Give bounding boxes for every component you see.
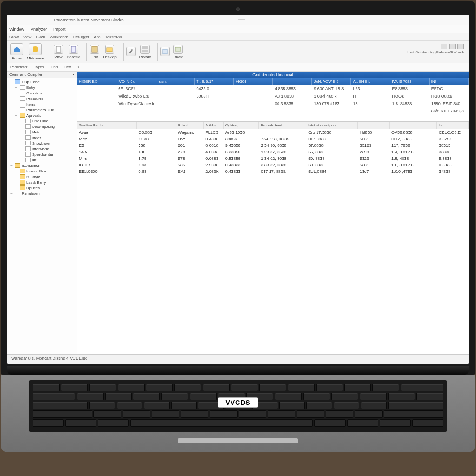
menu-window[interactable]: Window bbox=[9, 27, 24, 32]
tree-item[interactable]: urt bbox=[8, 157, 76, 163]
table-row[interactable]: Mey71.38OV:0.4838388567A4 113, 08:35017.… bbox=[77, 136, 469, 142]
section-column-header[interactable]: list bbox=[437, 122, 469, 129]
section-column-header[interactable] bbox=[390, 122, 437, 129]
menu-show[interactable]: Show bbox=[9, 35, 19, 39]
column-header[interactable]: IN! bbox=[430, 78, 469, 85]
section-column-header[interactable]: R tent bbox=[176, 122, 204, 129]
table-row[interactable]: E53382018 08189 438562.34 90, 8838:37.88… bbox=[77, 142, 469, 149]
column-header[interactable]: TI. 8: 6:17 bbox=[195, 78, 234, 85]
tree-item[interactable]: −Renaissent bbox=[8, 191, 76, 196]
expand-icon[interactable]: − bbox=[14, 86, 18, 90]
folder-icon bbox=[20, 113, 25, 118]
tree-item[interactable]: Lss & Barry bbox=[8, 179, 76, 185]
tree-item[interactable]: Upurtes bbox=[8, 185, 76, 191]
cell bbox=[234, 101, 273, 106]
mini-icon[interactable] bbox=[441, 44, 447, 49]
tree-item-label: Items bbox=[26, 102, 36, 106]
laptop-camera bbox=[236, 7, 240, 11]
menu-debugger[interactable]: Debugger bbox=[73, 35, 89, 39]
table-row[interactable]: AvsaO0.083WagamcFLLCS.Ar83 1038Cro 17.38… bbox=[77, 129, 469, 136]
cell: 5381 bbox=[358, 162, 390, 168]
section-column-header[interactable]: Oghico, bbox=[224, 122, 259, 129]
tab-more[interactable]: > bbox=[78, 65, 80, 69]
expand-icon[interactable]: − bbox=[9, 80, 13, 84]
minimize-indicator[interactable]: — bbox=[238, 16, 245, 23]
tree-item[interactable]: Is Udylc bbox=[8, 174, 76, 179]
tab-find[interactable]: Find bbox=[51, 65, 58, 69]
tree-item[interactable]: Overview bbox=[8, 90, 76, 96]
section-column-header[interactable]: A Whs. bbox=[204, 122, 224, 129]
column-header[interactable]: I.usm. bbox=[155, 78, 194, 85]
column-header[interactable]: HIG03 bbox=[234, 78, 273, 85]
ribbon-block-button[interactable]: Block bbox=[173, 45, 183, 59]
tree-item[interactable]: Main bbox=[8, 129, 76, 135]
menu-wizard[interactable]: Wizard-sb bbox=[105, 35, 122, 39]
menu-analyzer[interactable]: Analyzer bbox=[31, 27, 47, 32]
tree-item-label: Disp Gene bbox=[22, 80, 40, 84]
menu-view[interactable]: View bbox=[23, 35, 31, 39]
table-row[interactable]: 14.51382784.08336 338561.23 37, 8538:55,… bbox=[77, 149, 469, 155]
tab-hex[interactable]: Hex bbox=[64, 65, 71, 69]
section-column-header[interactable] bbox=[358, 122, 390, 129]
cell bbox=[234, 93, 273, 99]
tab-parameter[interactable]: Parameter bbox=[10, 65, 27, 69]
tree-item[interactable]: Items bbox=[8, 101, 76, 107]
tree-item[interactable]: Else Care bbox=[8, 118, 76, 124]
summary-section: 6E. 3CE!0433.04,835 8883:9,600 ANT. L8.8… bbox=[77, 85, 469, 115]
cell bbox=[155, 101, 194, 106]
expand-icon[interactable]: − bbox=[14, 113, 18, 118]
mini-icon[interactable] bbox=[449, 44, 456, 49]
ribbon-home-button[interactable]: Home bbox=[10, 43, 23, 60]
ribbon-edit-button[interactable]: Edit bbox=[90, 45, 99, 59]
column-header[interactable]: JAN. VOW E:5 bbox=[312, 78, 351, 85]
tree-item[interactable]: −Disp Gene bbox=[8, 79, 76, 85]
ribbon-desktop-button[interactable]: Desktop bbox=[103, 45, 116, 59]
sidebar-close-icon[interactable]: × bbox=[73, 73, 75, 77]
tree-item[interactable]: −Entry bbox=[8, 85, 76, 90]
status-bar: Waredar 8 s. Moncart Distind 4 VCL Elec bbox=[7, 354, 469, 364]
tree-item[interactable]: Decomposing bbox=[8, 124, 76, 129]
expand-icon[interactable]: − bbox=[14, 108, 18, 112]
expand-icon[interactable]: − bbox=[9, 192, 13, 196]
mini-icon[interactable] bbox=[457, 44, 464, 49]
table-row[interactable]: EE.I.06000.68EA52.083K0.43833037 17, 883… bbox=[77, 168, 469, 175]
expand-icon[interactable]: − bbox=[9, 164, 13, 168]
ribbon-midsource-button[interactable]: Midsource bbox=[27, 43, 44, 60]
ribbon-tool-button[interactable] bbox=[126, 47, 136, 57]
tree-item[interactable]: Index bbox=[8, 135, 76, 140]
ribbon-right-info: Last Outstanding Balance/Refresh bbox=[407, 44, 464, 54]
menu-block[interactable]: Block bbox=[36, 35, 45, 39]
tree-item[interactable]: Interwhole bbox=[8, 146, 76, 152]
cell: 13c7 bbox=[358, 168, 390, 175]
column-header[interactable]: IVA IS 7038 bbox=[390, 78, 430, 85]
cell: 55, 3838 bbox=[306, 149, 358, 155]
tab-types[interactable]: Types bbox=[34, 65, 44, 69]
section-column-header[interactable]: Iincurds teed bbox=[259, 122, 306, 129]
column-header[interactable] bbox=[273, 78, 312, 85]
ribbon-view-button[interactable]: View bbox=[54, 45, 63, 59]
ribbon-action-button[interactable] bbox=[160, 47, 170, 57]
ribbon-recalc-button[interactable]: Recalc bbox=[139, 45, 151, 59]
tree-item[interactable]: Snowbaker bbox=[8, 140, 76, 146]
cell: Avsa bbox=[77, 129, 137, 136]
tree-item[interactable]: −Aprovals bbox=[8, 112, 76, 118]
tree-item[interactable]: Inness Else bbox=[8, 168, 76, 174]
section-column-header[interactable]: Godtive Bardis bbox=[77, 122, 137, 129]
tree-item-label: Lss & Barry bbox=[26, 180, 46, 185]
tree-item-label: Snowbaker bbox=[32, 141, 51, 145]
menu-app[interactable]: App bbox=[94, 35, 100, 39]
menu-workbench[interactable]: Workbench bbox=[50, 35, 68, 39]
tree-item[interactable]: −Is. Asumch bbox=[8, 163, 76, 168]
section-column-header[interactable] bbox=[137, 122, 176, 129]
column-header[interactable]: IVO IN.6 d bbox=[116, 78, 155, 85]
table-row[interactable]: IR.O.!7.935352.98380.438333.33 32, 0838:… bbox=[77, 162, 469, 168]
ribbon-basefile-button[interactable]: Basefile bbox=[67, 45, 80, 59]
table-row[interactable]: Mirs3.755780.08830.538561.34 02, 8038:59… bbox=[77, 155, 469, 162]
column-header[interactable]: A.uEHIE L bbox=[351, 78, 390, 85]
tree-item[interactable]: −Parameters DBB bbox=[8, 107, 76, 112]
menu-import[interactable]: Import bbox=[53, 27, 66, 32]
tree-item[interactable]: Speedcenter bbox=[8, 152, 76, 157]
column-header[interactable]: HIGER E:5 bbox=[77, 78, 116, 85]
tree-item[interactable]: Prosource bbox=[8, 96, 76, 101]
section-column-header[interactable]: latst of crewtpors bbox=[306, 122, 358, 129]
